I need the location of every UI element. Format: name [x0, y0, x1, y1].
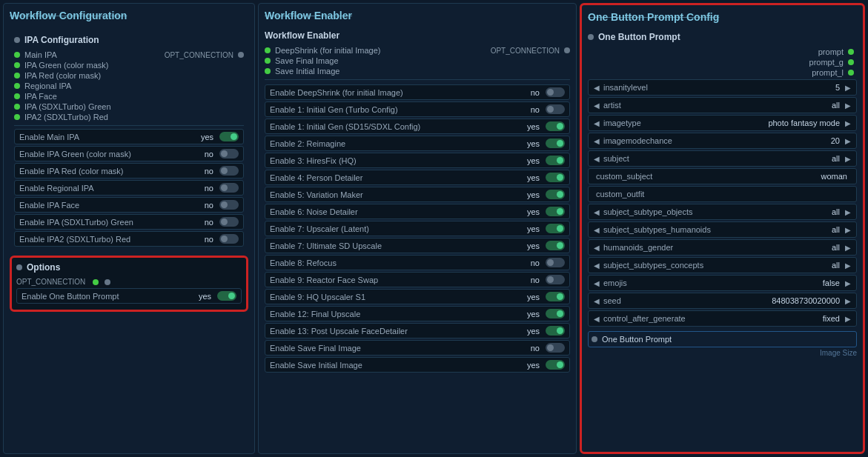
workflow-toggle-14-switch[interactable] — [546, 326, 565, 336]
workflow-toggle-0-switch[interactable] — [546, 87, 565, 97]
workflow-toggle-6[interactable]: Enable 5: Variation Maker yes — [265, 187, 570, 202]
config-seed[interactable]: ◀ seed 848038730020000 ▶ — [588, 293, 857, 309]
workflow-toggle-9-switch[interactable] — [546, 241, 565, 250]
config-humanoids-gender[interactable]: ◀ humanoids_gender all ▶ — [588, 239, 857, 256]
chevron-left-emojis[interactable]: ◀ — [592, 279, 602, 287]
obp-section-dot — [588, 34, 594, 40]
config-custom-outfit[interactable]: custom_outfit — [588, 186, 857, 202]
toggle-ipa-red-switch[interactable] — [219, 166, 239, 176]
toggle-one-button-prompt[interactable]: Enable One Button Prompt yes — [16, 288, 242, 304]
chevron-right-concepts[interactable]: ▶ — [843, 261, 853, 270]
config-subtypes-humanoids[interactable]: ◀ subject_subtypes_humanoids all ▶ — [588, 221, 857, 238]
workflow-toggle-7[interactable]: Enable 6: Noise Detailer yes — [265, 204, 570, 219]
workflow-toggle-1[interactable]: Enable 1: Initial Gen (Turbo Config) no — [265, 101, 570, 117]
workflow-toggle-15[interactable]: Enable Save Final Image no — [265, 340, 570, 356]
config-artist[interactable]: ◀ artist all ▶ — [588, 97, 857, 113]
workflow-toggle-5-switch[interactable] — [546, 173, 565, 182]
config-subject-subtype-objects[interactable]: ◀ subject_subtype_objects all ▶ — [588, 204, 857, 220]
config-subtypes-concepts[interactable]: ◀ subject_subtypes_concepts all ▶ — [588, 257, 857, 273]
chevron-right-emojis[interactable]: ▶ — [843, 279, 853, 287]
chevron-right-artist[interactable]: ▶ — [843, 101, 853, 110]
chevron-left-humanoids[interactable]: ◀ — [592, 226, 602, 234]
workflow-toggle-12[interactable]: Enable 9: HQ Upscaler S1 yes — [265, 289, 570, 304]
workflow-toggle-11-switch[interactable] — [546, 275, 565, 284]
workflow-toggle-8[interactable]: Enable 7: Upscaler (Latent) yes — [265, 221, 570, 236]
toggle-ipa-face[interactable]: Enable IPA Face no — [14, 197, 244, 213]
options-dot — [16, 264, 22, 270]
chevron-left-subject[interactable]: ◀ — [592, 155, 602, 163]
chevron-right-insanitylevel[interactable]: ▶ — [843, 84, 853, 92]
config-val-emojis: false — [823, 278, 840, 287]
chevron-left-imagemodechance[interactable]: ◀ — [592, 137, 602, 145]
chevron-left-seed[interactable]: ◀ — [592, 297, 602, 305]
chevron-right-control[interactable]: ▶ — [843, 315, 853, 323]
chevron-right-imagetype[interactable]: ▶ — [843, 119, 853, 127]
workflow-toggle-4[interactable]: Enable 3: HiresFix (HQ) yes — [265, 153, 570, 168]
workflow-save-final-label: Save Final Image — [275, 56, 339, 65]
toggle-ipa-sdxl-red-switch[interactable] — [219, 234, 239, 244]
workflow-toggle-10-switch[interactable] — [546, 258, 565, 267]
workflow-toggle-6-switch[interactable] — [546, 190, 565, 199]
toggle-regional-ipa[interactable]: Enable Regional IPA no — [14, 180, 244, 196]
workflow-toggle-5[interactable]: Enable 4: Person Detailer yes — [265, 170, 570, 185]
workflow-toggle-2[interactable]: Enable 1: Initial Gen (SD15/SDXL Config)… — [265, 119, 570, 134]
workflow-toggle-2-switch[interactable] — [546, 121, 565, 131]
chevron-right-imagemodechance[interactable]: ▶ — [843, 137, 853, 145]
chevron-right-seed[interactable]: ▶ — [843, 297, 853, 305]
toggle-ipa-sdxl-green[interactable]: Enable IPA (SDXLTurbo) Green no — [14, 214, 244, 230]
chevron-right-subject[interactable]: ▶ — [843, 155, 853, 163]
config-imagemodechance[interactable]: ◀ imagemodechance 20 ▶ — [588, 133, 857, 149]
workflow-toggle-13-switch[interactable] — [546, 309, 565, 318]
workflow-toggle-16-switch[interactable] — [546, 360, 565, 370]
toggle-ipa-face-switch[interactable] — [219, 200, 239, 210]
workflow-toggle-1-switch[interactable] — [546, 104, 565, 114]
workflow-toggle-8-switch[interactable] — [546, 224, 565, 233]
chevron-right-gender[interactable]: ▶ — [843, 244, 853, 252]
toggle-ipa-red[interactable]: Enable IPA Red (color mask) no — [14, 163, 244, 179]
chevron-right-subtype-objects[interactable]: ▶ — [843, 208, 853, 216]
config-key-custom-outfit: custom_outfit — [594, 190, 847, 199]
config-control-after-generate[interactable]: ◀ control_after_generate fixed ▶ — [588, 310, 857, 327]
workflow-toggle-13[interactable]: Enable 12: Final Upscale yes — [265, 306, 570, 321]
toggle-ipa-sdxl-red[interactable]: Enable IPA2 (SDXLTurbo) Red no — [14, 231, 244, 247]
workflow-toggle-9[interactable]: Enable 7: Ultimate SD Upscale yes — [265, 238, 570, 253]
workflow-toggle-0-value: no — [531, 88, 540, 97]
workflow-toggle-3-switch[interactable] — [546, 139, 565, 148]
chevron-left-insanitylevel[interactable]: ◀ — [592, 84, 602, 92]
toggle-ipa-sdxl-green-switch[interactable] — [219, 217, 239, 227]
workflow-toggle-14[interactable]: Enable 13: Post Upscale FaceDetailer yes — [265, 323, 570, 338]
chevron-left-imagetype[interactable]: ◀ — [592, 119, 602, 127]
chevron-left-artist[interactable]: ◀ — [592, 101, 602, 110]
toggle-ipa-green[interactable]: Enable IPA Green (color mask) no — [14, 146, 244, 161]
config-insanitylevel[interactable]: ◀ insanitylevel 5 ▶ — [588, 79, 857, 96]
config-subject[interactable]: ◀ subject all ▶ — [588, 150, 857, 167]
toggle-main-ipa[interactable]: Enable Main IPA yes — [14, 129, 244, 144]
config-imagetype[interactable]: ◀ imagetype photo fantasy mode ▶ — [588, 115, 857, 131]
prompt-dot-2 — [848, 70, 854, 76]
chevron-left-concepts[interactable]: ◀ — [592, 261, 602, 270]
chevron-left-control[interactable]: ◀ — [592, 315, 602, 323]
chevron-left-subtype-objects[interactable]: ◀ — [592, 208, 602, 216]
config-emojis[interactable]: ◀ emojis false ▶ — [588, 275, 857, 291]
toggle-main-ipa-switch[interactable] — [219, 132, 239, 141]
workflow-toggle-12-switch[interactable] — [546, 292, 565, 301]
workflow-toggle-16[interactable]: Enable Save Initial Image yes — [265, 357, 570, 373]
workflow-toggle-7-switch[interactable] — [546, 207, 565, 216]
chevron-right-humanoids[interactable]: ▶ — [843, 226, 853, 234]
workflow-toggle-11[interactable]: Enable 9: Reactor Face Swap no — [265, 272, 570, 287]
toggle-ipa-green-switch[interactable] — [219, 149, 239, 159]
config-val-subject: all — [832, 154, 840, 163]
toggle-one-button-switch[interactable] — [217, 291, 236, 301]
config-custom-subject[interactable]: custom_subject woman — [588, 168, 857, 184]
chevron-left-gender[interactable]: ◀ — [592, 244, 602, 252]
workflow-toggle-10[interactable]: Enable 8: Refocus no — [265, 255, 570, 270]
workflow-toggle-8-label: Enable 7: Upscaler (Latent) — [270, 224, 369, 233]
config-val-seed: 848038730020000 — [772, 296, 840, 305]
workflow-toggle-15-switch[interactable] — [546, 343, 565, 353]
workflow-toggle-0[interactable]: Enable DeepShrink (for initial Image) no — [265, 84, 570, 100]
workflow-toggle-4-switch[interactable] — [546, 156, 565, 165]
workflow-save-final-dot — [265, 58, 271, 64]
workflow-toggle-3[interactable]: Enable 2: Reimagine yes — [265, 136, 570, 151]
toggle-regional-ipa-switch[interactable] — [219, 183, 239, 193]
toggle-ipa-red-value: no — [205, 167, 213, 176]
